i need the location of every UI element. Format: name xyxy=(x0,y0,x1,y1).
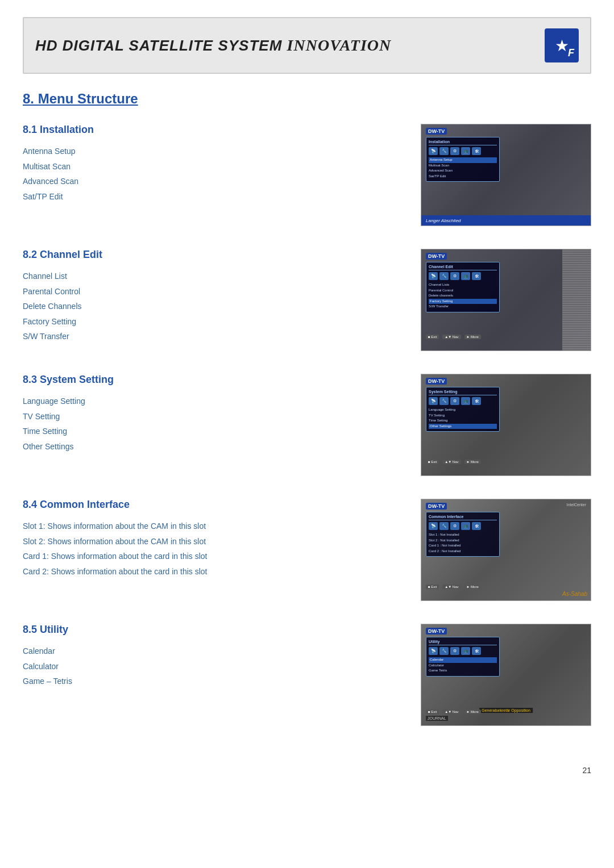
screen-menu-items-3: Language Setting TV Setting Time Setting… xyxy=(429,407,497,429)
dwtv-label-2: DW-TV xyxy=(426,253,447,260)
bottom-btn: ■ Exit xyxy=(426,585,439,589)
menu-box-3: System Setting 📡 🔧 ⚙ 📺 🛠 Language Settin… xyxy=(426,387,500,432)
list-item: Time Setting xyxy=(23,424,409,439)
section-utility-items: Calendar Calculator Game – Tetris xyxy=(23,644,409,689)
screen-icon: 📺 xyxy=(461,397,470,405)
bottom-btn: ► More xyxy=(464,335,481,339)
bottom-bar-3: ■ Exit ▲▼ Nav ► More xyxy=(426,460,481,464)
screen-menu-item: Parental Control xyxy=(429,288,497,294)
generalsekretär-label: Generalsekretär Opposition xyxy=(479,708,533,713)
screen-icon: 📺 xyxy=(461,272,470,280)
screen-icon: 🔧 xyxy=(439,522,449,530)
screen-mockup-3: DW-TV System Setting 📡 🔧 ⚙ 📺 🛠 Language … xyxy=(421,374,591,475)
list-item: TV Setting xyxy=(23,409,409,424)
menu-box-1: Installation 📡 🔧 ⚙ 📺 🛠 Antenna Setup Mul… xyxy=(426,137,500,182)
list-item: Calendar xyxy=(23,644,409,659)
list-item: Factory Setting xyxy=(23,314,409,329)
main-content: 8. Menu Structure 8.1 Installation Anten… xyxy=(23,74,591,760)
list-item: Sat/TP Edit xyxy=(23,189,409,205)
icons-row-3: 📡 🔧 ⚙ 📺 🛠 xyxy=(429,397,497,405)
list-item: Slot 1: Shows information about the CAM … xyxy=(23,519,409,534)
bottom-btn: ► More xyxy=(464,585,481,589)
section-channel-edit-screenshot: DW-TV Channel Edit 📡 🔧 ⚙ 📺 🛠 Channel Lis… xyxy=(421,249,591,351)
list-item: Card 2: Shows information about the card… xyxy=(23,564,409,579)
screen-icon: ⚙ xyxy=(450,647,459,655)
section-channel-edit-heading: 8.2 Channel Edit xyxy=(23,249,409,261)
screen-icon: ⚙ xyxy=(450,397,459,405)
screen-menu-items-1: Antenna Setup Multisat Scan Advanced Sca… xyxy=(429,157,497,179)
screen-menu-item: Antenna Setup xyxy=(429,157,497,163)
bottom-btn: ▲▼ Nav xyxy=(442,335,460,339)
header-logo: F xyxy=(545,28,579,62)
section-system-setting: 8.3 System Setting Language Setting TV S… xyxy=(23,374,591,476)
bottom-bar-2: ■ Exit ▲▼ Nav ► More xyxy=(426,335,481,339)
page-number-text: 21 xyxy=(582,766,591,775)
icons-row-4: 📡 🔧 ⚙ 📺 🛠 xyxy=(429,522,497,530)
screen-icon: 📡 xyxy=(429,147,438,155)
dwtv-label-3: DW-TV xyxy=(426,378,447,385)
section-common-interface-text: 8.4 Common Interface Slot 1: Shows infor… xyxy=(23,499,409,579)
section-common-interface-items: Slot 1: Shows information about the CAM … xyxy=(23,519,409,579)
screen-icon: 📡 xyxy=(429,272,438,280)
screen-menu-item: Multisat Scan xyxy=(429,163,497,169)
screen-menu-item: Time Setting xyxy=(429,418,497,424)
section-installation-items: Antenna Setup Multisat Scan Advanced Sca… xyxy=(23,144,409,204)
screen-icon: ⚙ xyxy=(450,147,459,155)
screen-menu-item: TV Setting xyxy=(429,413,497,419)
screen-menu-item: Delete channels xyxy=(429,293,497,299)
screen-icon: 📺 xyxy=(461,522,470,530)
section-channel-edit-text: 8.2 Channel Edit Channel List Parental C… xyxy=(23,249,409,344)
section-installation-screenshot: DW-TV Installation 📡 🔧 ⚙ 📺 🛠 Antenna Set… xyxy=(421,124,591,226)
section-utility: 8.5 Utility Calendar Calculator Game – T… xyxy=(23,624,591,726)
list-item: Channel List xyxy=(23,269,409,284)
list-item: Slot 2: Shows information about the CAM … xyxy=(23,534,409,549)
icons-row-2: 📡 🔧 ⚙ 📺 🛠 xyxy=(429,272,497,280)
screen-icon: 📡 xyxy=(429,397,438,405)
dwtv-label-4: DW-TV xyxy=(426,503,447,510)
screen-menu-item: Card 1 : Not Installed xyxy=(429,543,497,549)
list-item: Language Setting xyxy=(23,394,409,409)
list-item: Multisat Scan xyxy=(23,159,409,174)
list-item: Advanced Scan xyxy=(23,174,409,189)
screen-mockup-4: DW-TV IntelCenter Common Interface 📡 🔧 ⚙… xyxy=(421,499,591,600)
screen-menu-item: Channel Lists xyxy=(429,282,497,288)
section-channel-edit: 8.2 Channel Edit Channel List Parental C… xyxy=(23,249,591,351)
list-item: Card 1: Shows information about the card… xyxy=(23,549,409,564)
bottom-btn: ■ Exit xyxy=(426,460,439,464)
section-system-setting-screenshot: DW-TV System Setting 📡 🔧 ⚙ 📺 🛠 Language … xyxy=(421,374,591,476)
section-installation-text: 8.1 Installation Antenna Setup Multisat … xyxy=(23,124,409,204)
list-item: Parental Control xyxy=(23,284,409,299)
bottom-btn: ■ Exit xyxy=(426,335,439,339)
page-header: HD DIGITAL SATELLITE SYSTEM INNOVATION F xyxy=(23,17,591,74)
list-item: Other Settings xyxy=(23,439,409,454)
page-number: 21 xyxy=(0,766,591,775)
bottom-bar-4: ■ Exit ▲▼ Nav ► More xyxy=(426,585,481,589)
bottom-btn: ▲▼ Nav xyxy=(442,710,460,714)
list-item: S/W Transfer xyxy=(23,329,409,344)
list-item: Game – Tetris xyxy=(23,674,409,689)
screen-mockup-5: DW-TV Utility 📡 🔧 ⚙ 📺 🛠 Calendar Cal xyxy=(421,624,591,725)
screen-icon: 🔧 xyxy=(439,397,449,405)
screen-menu-items-4: Slot 1 : Not Installed Slot 2 : Not Inst… xyxy=(429,532,497,554)
bottom-bar-5: ■ Exit ▲▼ Nav ► More xyxy=(426,710,481,714)
screen-icon: 🔧 xyxy=(439,147,449,155)
screen-icon: 📺 xyxy=(461,147,470,155)
intellicenter-label: IntelCenter xyxy=(567,503,586,507)
screen-mockup-1: DW-TV Installation 📡 🔧 ⚙ 📺 🛠 Antenna Set… xyxy=(421,124,591,226)
header-title: HD DIGITAL SATELLITE SYSTEM INNOVATION xyxy=(35,36,391,55)
section-installation-heading: 8.1 Installation xyxy=(23,124,409,136)
screen-icon: 🛠 xyxy=(472,272,481,280)
screen-icon: 🔧 xyxy=(439,647,449,655)
section-common-interface-screenshot: DW-TV IntelCenter Common Interface 📡 🔧 ⚙… xyxy=(421,499,591,601)
screen-menu-item: Slot 2 : Not Installed xyxy=(429,538,497,544)
menu-title-5: Utility xyxy=(429,640,497,645)
bottom-btn: ▲▼ Nav xyxy=(442,585,460,589)
screen-mockup-2: DW-TV Channel Edit 📡 🔧 ⚙ 📺 🛠 Channel Lis… xyxy=(421,249,591,350)
screen-menu-items-5: Calendar Calculator Game Tetris xyxy=(429,657,497,674)
menu-title-1: Installation xyxy=(429,140,497,145)
bottom-btn: ■ Exit xyxy=(426,710,439,714)
screen-menu-item: Card 2 : Not Installed xyxy=(429,549,497,554)
screen-menu-item: Sat/TP Edit xyxy=(429,174,497,180)
screen-menu-item: Calculator xyxy=(429,663,497,669)
screen-menu-item: Slot 1 : Not Installed xyxy=(429,532,497,538)
